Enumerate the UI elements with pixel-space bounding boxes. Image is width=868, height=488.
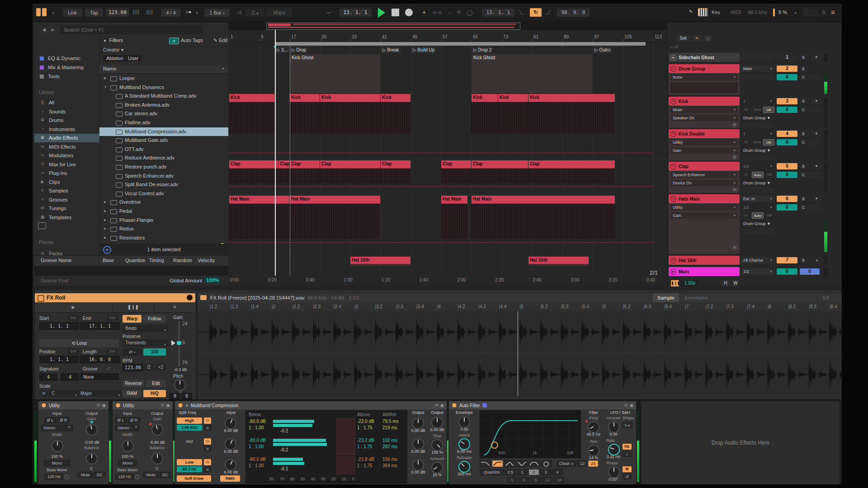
save-preset-icon[interactable]: ▣ [629, 403, 633, 408]
phase-right-button[interactable]: Ø R [127, 417, 140, 423]
time-signature-field[interactable]: 4 / 4 [161, 9, 181, 17]
clip-tab-clip[interactable]: ▶ [35, 302, 113, 312]
track-fold-icon[interactable]: ▼ [670, 164, 676, 169]
session-record-icon[interactable]: ◯ [467, 9, 472, 16]
groove-col-groove-name[interactable]: Groove Name [41, 258, 71, 263]
hiq-button[interactable]: HiQ [143, 390, 166, 397]
folder-arrow-icon[interactable]: ▶ [104, 227, 106, 230]
clip-clap[interactable]: Clap [472, 160, 528, 183]
computer-midi-keyboard-icon[interactable] [698, 8, 708, 16]
quantize-menu[interactable]: 1 Bar ▾ [204, 9, 230, 17]
input-gain-value-0[interactable]: 6.00 dB [218, 428, 244, 433]
clip-hat-16th[interactable]: Hat 16th [528, 257, 589, 266]
pan-value[interactable]: 0 [777, 74, 797, 80]
warp-button[interactable]: Warp [123, 315, 142, 323]
automation-line[interactable] [229, 153, 653, 153]
phase-right-button[interactable]: Ø R [57, 417, 70, 423]
edit-button[interactable]: Edit [146, 380, 166, 387]
band-release[interactable]: 364 ms [382, 463, 397, 468]
band-below-ratio[interactable]: 1 : 1.00 [249, 444, 264, 449]
stop-button[interactable] [392, 9, 399, 16]
position-set-button[interactable]: Set [67, 348, 79, 354]
clip-clap[interactable]: Clap [528, 160, 615, 183]
user-library-icon[interactable] [38, 222, 46, 229]
marker-drop[interactable]: ▷ Drop [290, 47, 308, 53]
track-fold-icon[interactable]: ▼ [670, 258, 676, 263]
browser-forward-button[interactable]: ▶ [49, 26, 57, 33]
pitch-coarse-value[interactable]: 0 [170, 393, 180, 399]
slope-24-button[interactable]: 24 [588, 460, 598, 467]
cpu-caret[interactable]: ▾ [795, 11, 797, 15]
width-knob[interactable] [51, 438, 63, 455]
re-enable-automation-icon[interactable]: ← [448, 9, 453, 15]
midi-map-button[interactable]: MIDI [731, 9, 741, 15]
monitor-auto[interactable]: Auto [752, 107, 762, 113]
key-map-button[interactable]: Key [712, 9, 720, 15]
groove-commit-icon[interactable]: ↺ → [106, 366, 116, 371]
parameter-chooser[interactable]: Gain▼ [670, 147, 738, 154]
io-empty[interactable] [741, 188, 774, 193]
rate-sync-button[interactable]: ♪ [623, 451, 632, 457]
io-chooser[interactable]: Main▼ [741, 66, 774, 72]
ghost-clip[interactable]: Kick Ghost [290, 54, 380, 93]
band-above-thresh[interactable]: -21.8 dB [357, 457, 374, 462]
sort-icon[interactable]: ▲ [222, 66, 225, 70]
monitor-off[interactable]: Off [763, 139, 774, 145]
sidebar-item-all[interactable]: |||All [34, 99, 99, 107]
io-empty[interactable] [741, 54, 774, 61]
af-filter-display[interactable]: 1001k10k [480, 410, 581, 458]
track-number[interactable]: 5 [777, 163, 797, 169]
track-number[interactable]: 4 [777, 131, 797, 137]
sidebar-item-drums[interactable]: ⊞Drums [34, 116, 99, 125]
loop-length-field[interactable]: 98. 0. 0 [557, 9, 590, 17]
insert-marker[interactable] [275, 30, 276, 276]
io-empty[interactable] [741, 74, 774, 80]
marker-break[interactable]: ▷ Break [381, 47, 401, 53]
crossfade-assign[interactable]: ◑ [811, 257, 821, 263]
mid-band-button-solo[interactable]: S [204, 446, 211, 451]
set-locators-button[interactable]: Set [676, 35, 690, 42]
pan-value[interactable]: 0 [777, 204, 797, 211]
reverse-button[interactable]: Reverse [123, 380, 144, 387]
crossfade-c[interactable]: C [800, 74, 821, 80]
folder-arrow-icon[interactable]: ▶ [104, 76, 106, 80]
track-header-kick[interactable]: ▼Kick [669, 97, 740, 106]
clip-hat-main[interactable]: Hat Main [472, 196, 615, 239]
quantize-chip-12[interactable]: 12 [542, 477, 553, 483]
solo-button[interactable]: S [800, 54, 809, 61]
sidebar-item-plug-ins[interactable]: ⊸Plug-Ins [34, 169, 99, 178]
waveform-zoom-icon[interactable]: ❚❙❚ [671, 280, 679, 286]
edit-label[interactable]: ✎ Edit [213, 38, 227, 43]
output-gain-knob-0[interactable] [412, 418, 424, 429]
sidebar-item-templates[interactable]: ▦Templates [34, 213, 99, 222]
list-item-overdrive[interactable]: ▶Overdrive [99, 198, 228, 206]
folder-arrow-icon[interactable]: ▶ [104, 200, 106, 204]
marker-drop-2[interactable]: ▷ Drop 2 [472, 47, 493, 53]
collection-eq-dynamic[interactable]: EQ & Dynamic [34, 54, 99, 63]
creator-chip-ableton[interactable]: Ableton [103, 55, 126, 61]
parameter-chooser[interactable]: Gain▼ [670, 212, 738, 219]
arrangement-position-field[interactable]: 13. 1. 1 [339, 9, 372, 17]
channel-mode-chooser[interactable]: Stereo▼ [41, 425, 73, 431]
save-preset-icon[interactable]: ▣ [440, 403, 444, 408]
monitor-auto[interactable]: Auto [752, 212, 763, 219]
amount-knob[interactable] [431, 462, 443, 474]
mono-button[interactable]: Mono [118, 460, 137, 466]
track-header-sidechain-ghost[interactable]: ▶Sidechain Ghost [669, 53, 740, 62]
automation-line[interactable] [229, 186, 653, 187]
crossfade-c[interactable]: C [800, 139, 821, 145]
pan-value[interactable]: 0 [777, 172, 797, 178]
clip-tab-audio[interactable]: ❚❙❚ [113, 302, 154, 312]
scale-name-chooser[interactable]: Major ▾ [78, 390, 122, 397]
sidebar-item-samples[interactable]: ≡Samples [34, 187, 99, 195]
list-item-multiband-gate-adv[interactable]: Multiband Gate.adv [99, 136, 228, 145]
length-value[interactable]: 16. 0. 0 [80, 356, 120, 363]
draw-automation-icon[interactable]: ✎ [693, 35, 702, 42]
bpm-half-button[interactable]: /2 [144, 364, 153, 371]
marker-build-up[interactable]: ▷ Build Up [411, 47, 436, 53]
dc-button[interactable]: DC [94, 472, 105, 478]
input-gain-value-2[interactable]: 6.00 dB [218, 470, 244, 474]
groove-col-velocity[interactable]: Velocity [198, 258, 215, 263]
device-drop-zone[interactable]: Drop Audio Effects Here [641, 401, 840, 484]
spin-mode-button[interactable]: ↺ [623, 474, 632, 479]
